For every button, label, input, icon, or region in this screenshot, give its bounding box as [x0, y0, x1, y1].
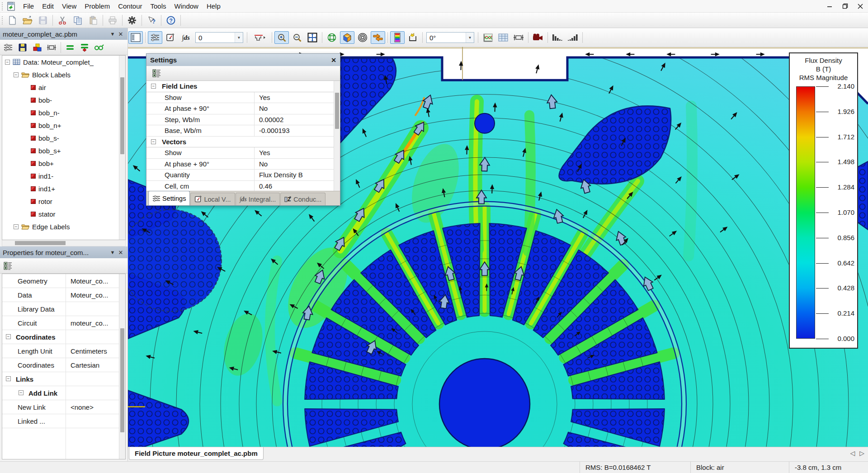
row-value[interactable]: No	[254, 103, 334, 114]
row-value[interactable]: 0.46	[254, 181, 334, 191]
table-button[interactable]	[496, 31, 510, 44]
section-add-link[interactable]: −Add Link	[2, 386, 119, 400]
menu-item-edit[interactable]: Edit	[38, 1, 58, 11]
property-row-data[interactable]: DataMoteur_co...	[2, 288, 119, 302]
contour-plot-button[interactable]	[355, 31, 370, 44]
tree-item-edge-labels[interactable]: −Edge Labels	[2, 220, 119, 233]
property-row-show[interactable]: ShowYes	[146, 92, 334, 104]
settings-vertical-scrollbar[interactable]	[334, 81, 340, 191]
property-row-base-wb-m[interactable]: Base, Wb/m-0.000193	[146, 125, 334, 137]
close-button[interactable]	[853, 0, 868, 12]
toolbar-grip[interactable]	[1, 2, 5, 10]
tree-item-ind1-[interactable]: ind1-	[2, 170, 119, 182]
help-button[interactable]: ?	[164, 14, 178, 27]
property-row-library-data[interactable]: Library Data	[2, 302, 119, 316]
local-values-button[interactable]	[163, 31, 178, 44]
row-value[interactable]	[66, 414, 119, 428]
property-row-length-unit[interactable]: Length UnitCentimeters	[2, 344, 119, 358]
equals-marker-icon[interactable]	[78, 42, 91, 53]
tree-item-data-moteur-complet-[interactable]: −Data: Moteur_complet_	[2, 56, 119, 68]
tree-item-air[interactable]: air	[2, 81, 119, 94]
property-row-cell-cm[interactable]: Cell, cm0.46	[146, 181, 334, 191]
tree-expander-icon[interactable]: −	[14, 224, 19, 229]
vector-plot-button[interactable]	[371, 31, 385, 44]
search-values-icon[interactable]	[92, 42, 106, 53]
property-row-at-phase-90-[interactable]: At phase + 90°No	[146, 103, 334, 114]
materials-icon[interactable]	[30, 42, 44, 53]
results-tab-local-v-[interactable]: Local V...	[190, 193, 235, 205]
zoom-in-button[interactable]	[274, 31, 289, 44]
property-row-step-wb-m[interactable]: Step, Wb/m0.00002	[146, 114, 334, 126]
property-row-linked-[interactable]: Linked ...	[2, 414, 119, 428]
row-value[interactable]: Centimeters	[66, 344, 119, 358]
phase-combo[interactable]: 0° ▼	[426, 32, 474, 43]
row-value[interactable]: -0.000193	[254, 125, 334, 136]
row-value[interactable]: Flux Density B	[254, 170, 334, 180]
animation-button[interactable]	[531, 31, 545, 44]
section-collapse-icon[interactable]: −	[151, 139, 156, 144]
dialog-close-icon[interactable]: ✕	[331, 57, 336, 64]
contour-tool-button[interactable]	[250, 31, 269, 44]
display-options-icon[interactable]	[1, 42, 15, 53]
integral-button[interactable]: ∫ds	[179, 31, 193, 44]
menu-item-contour[interactable]: Contour	[114, 1, 146, 11]
row-value[interactable]: No	[254, 159, 334, 170]
combo-dropdown-icon[interactable]: ▼	[466, 33, 474, 43]
row-value[interactable]: Moteur_co...	[66, 288, 119, 302]
tree-item-bob-n-[interactable]: bob_n-	[2, 106, 119, 119]
legend-toggle-button[interactable]	[390, 31, 405, 44]
section-links[interactable]: −Links	[2, 372, 119, 386]
section-collapse-icon[interactable]: −	[19, 390, 24, 395]
tree-item-block-labels[interactable]: −Block Labels	[2, 68, 119, 81]
minimize-button[interactable]	[822, 0, 837, 12]
property-row-coordinates[interactable]: CoordinatesCartesian	[2, 358, 119, 372]
menu-item-help[interactable]: Help	[203, 1, 225, 11]
copy-button[interactable]	[71, 14, 85, 27]
menu-item-window[interactable]: Window	[170, 1, 203, 11]
restore-button[interactable]	[837, 0, 853, 12]
probe-button[interactable]	[406, 31, 420, 44]
circuit-props-icon[interactable]	[45, 42, 58, 53]
panel-close-icon[interactable]: ✕	[117, 249, 125, 256]
menu-item-view[interactable]: View	[58, 1, 80, 11]
menu-item-tools[interactable]: Tools	[146, 1, 170, 11]
zoom-extents-button[interactable]	[305, 31, 320, 44]
panel-menu-icon[interactable]: ▼	[108, 250, 117, 255]
save-data-icon[interactable]	[16, 42, 29, 53]
harmonics-asc-button[interactable]	[566, 31, 580, 44]
categorized-view-icon[interactable]	[1, 260, 15, 272]
menu-item-file[interactable]: File	[19, 1, 38, 11]
row-value[interactable]: Yes	[254, 147, 334, 158]
tree-item-bob-[interactable]: bob-	[2, 94, 119, 106]
tree-item-ind1+[interactable]: ind1+	[2, 182, 119, 195]
property-row-new-link[interactable]: New Link<none>	[2, 400, 119, 414]
row-value[interactable]: <none>	[66, 400, 119, 414]
property-row-geometry[interactable]: GeometryMoteur_co...	[2, 274, 119, 288]
paste-button[interactable]	[86, 14, 100, 27]
tree-horizontal-scrollbar[interactable]	[2, 240, 126, 246]
section-vectors[interactable]: −Vectors	[146, 137, 334, 148]
section-coordinates[interactable]: −Coordinates	[2, 330, 119, 344]
property-row-quantity[interactable]: QuantityFlux Density B	[146, 170, 334, 181]
section-collapse-icon[interactable]: −	[151, 84, 156, 89]
tab-next-icon[interactable]: ▷	[859, 449, 864, 457]
tree-item-bob-s+[interactable]: bob_s+	[2, 144, 119, 157]
row-value[interactable]: 0.00002	[254, 114, 334, 125]
tree-item-bob+[interactable]: bob+	[2, 157, 119, 170]
settings-dialog[interactable]: Settings ✕ −Field LinesShowYesAt phase +…	[146, 53, 340, 206]
zoom-out-button[interactable]	[290, 31, 304, 44]
equals-icon[interactable]	[63, 42, 77, 53]
property-row-at-phase-90-[interactable]: At phase + 90°No	[146, 159, 334, 170]
info-panel-toggle[interactable]	[128, 31, 143, 44]
document-tab-active[interactable]: Field Picture moteur_complet_ac.pbm	[129, 447, 264, 460]
panel-close-icon[interactable]: ✕	[117, 31, 125, 38]
tab-prev-icon[interactable]: ◁	[850, 449, 855, 457]
harmonics-desc-button[interactable]	[550, 31, 565, 44]
section-field-lines[interactable]: −Field Lines	[146, 81, 334, 92]
tree-item-stator[interactable]: stator	[2, 208, 119, 220]
tree-expander-icon[interactable]: −	[5, 60, 10, 65]
preferences-button[interactable]	[125, 14, 139, 27]
density-plot-button[interactable]	[340, 31, 354, 44]
tree-item-bob-s-[interactable]: bob_s-	[2, 132, 119, 144]
contour-level-combo[interactable]: 0 ▼	[195, 32, 243, 43]
